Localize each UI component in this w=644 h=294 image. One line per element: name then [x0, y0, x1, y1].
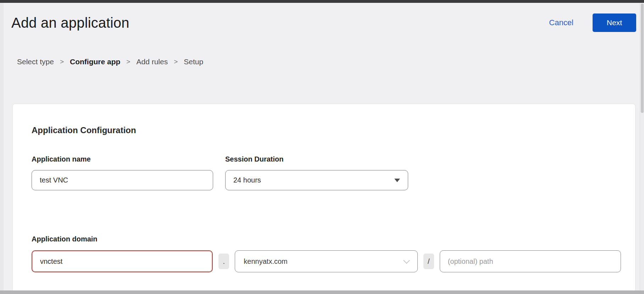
domain-select[interactable]: kennyatx.com — [235, 250, 417, 272]
section-title: Application Configuration — [32, 125, 621, 135]
application-domain-field-group: Application domain . kennyatx.com / — [32, 235, 621, 272]
session-duration-field-group: Session Duration 24 hours — [225, 155, 408, 190]
breadcrumb-step-setup[interactable]: Setup — [184, 58, 203, 66]
path-input[interactable] — [440, 250, 621, 272]
chevron-down-icon — [403, 257, 410, 263]
breadcrumb-step-add-rules[interactable]: Add rules — [136, 58, 168, 66]
page-content: Add an application Cancel Next Select ty… — [4, 3, 640, 290]
breadcrumb: Select type > Configure app > Add rules … — [17, 58, 640, 66]
cancel-button[interactable]: Cancel — [549, 18, 573, 27]
session-duration-select[interactable]: 24 hours — [225, 170, 408, 190]
scrollbar-thumb[interactable] — [641, 4, 644, 113]
domain-select-value: kennyatx.com — [244, 257, 287, 266]
next-button[interactable]: Next — [593, 13, 636, 32]
application-configuration-card: Application Configuration Application na… — [12, 104, 635, 290]
breadcrumb-separator: > — [126, 58, 130, 66]
application-domain-label: Application domain — [32, 235, 621, 243]
window-border-left — [0, 3, 4, 290]
window-border-top — [0, 0, 644, 3]
application-domain-row: . kennyatx.com / — [32, 250, 621, 272]
page-header: Add an application Cancel Next — [4, 3, 640, 32]
session-duration-label: Session Duration — [225, 155, 408, 163]
breadcrumb-step-configure-app[interactable]: Configure app — [70, 58, 120, 66]
breadcrumb-separator: > — [60, 58, 64, 66]
window-border-bottom — [0, 290, 644, 294]
dot-separator-chip: . — [218, 254, 229, 269]
name-and-duration-row: Application name Session Duration 24 hou… — [32, 155, 621, 190]
breadcrumb-step-select-type[interactable]: Select type — [17, 58, 54, 66]
application-name-field-group: Application name — [32, 155, 213, 190]
breadcrumb-separator: > — [174, 58, 178, 66]
session-duration-value: 24 hours — [233, 176, 261, 184]
application-name-label: Application name — [32, 155, 213, 163]
vertical-scrollbar[interactable] — [640, 3, 644, 290]
header-actions: Cancel Next — [549, 13, 636, 32]
application-name-input[interactable] — [32, 170, 213, 190]
page-title: Add an application — [11, 15, 129, 31]
subdomain-input[interactable] — [32, 250, 213, 272]
caret-down-icon — [394, 179, 400, 182]
slash-separator-chip: / — [423, 254, 434, 269]
